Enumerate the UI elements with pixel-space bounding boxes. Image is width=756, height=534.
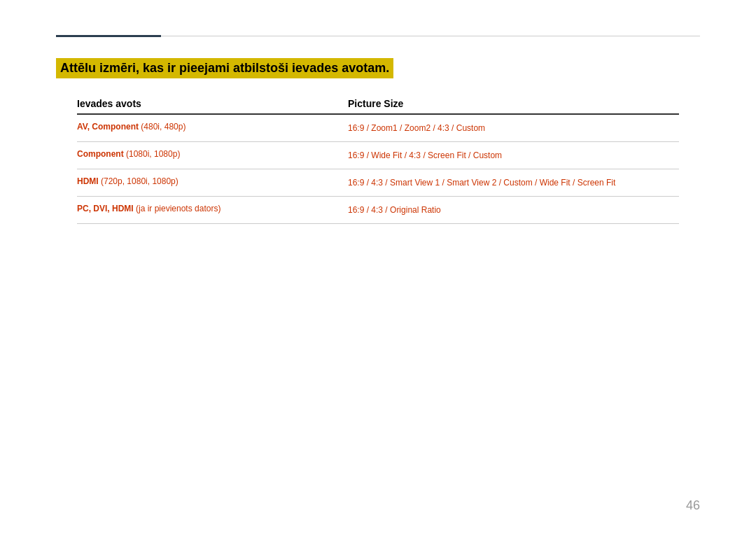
source-bold-4: PC, DVI, HDMI [77, 204, 134, 213]
top-line-container [56, 35, 700, 37]
table-row: PC, DVI, HDMI (ja ir pievienots dators) … [77, 197, 679, 224]
source-bold-1: AV, Component [77, 122, 139, 132]
cell-source-4: PC, DVI, HDMI (ja ir pievienots dators) [77, 204, 348, 213]
top-line-dark [56, 35, 161, 37]
col-size-header: Picture Size [348, 98, 679, 109]
table-row: AV, Component (480i, 480p) 16:9 / Zoom1 … [77, 115, 679, 142]
cell-source-1: AV, Component (480i, 480p) [77, 122, 348, 132]
cell-source-2: Component (1080i, 1080p) [77, 149, 348, 159]
source-bold-3: HDMI [77, 176, 99, 186]
col-source-header: Ievades avots [77, 98, 348, 109]
table-row: Component (1080i, 1080p) 16:9 / Wide Fit… [77, 142, 679, 169]
page-number: 46 [686, 498, 700, 513]
top-line-light [161, 36, 700, 36]
cell-size-3: 16:9 / 4:3 / Smart View 1 / Smart View 2… [348, 176, 679, 189]
cell-size-4: 16:9 / 4:3 / Original Ratio [348, 204, 679, 216]
source-bold-2: Component [77, 149, 124, 159]
table-header: Ievades avots Picture Size [77, 98, 679, 115]
table-container: Ievades avots Picture Size AV, Component… [77, 98, 679, 224]
source-normal-4: (ja ir pievienots dators) [134, 204, 221, 213]
source-normal-2: (1080i, 1080p) [124, 149, 181, 159]
page-title: Attēlu izmēri, kas ir pieejami atbilstoš… [56, 58, 393, 78]
source-normal-3: (720p, 1080i, 1080p) [99, 176, 178, 186]
cell-size-1: 16:9 / Zoom1 / Zoom2 / 4:3 / Custom [348, 122, 679, 134]
page-container: Attēlu izmēri, kas ir pieejami atbilstoš… [0, 0, 756, 534]
cell-source-3: HDMI (720p, 1080i, 1080p) [77, 176, 348, 186]
source-normal-1: (480i, 480p) [139, 122, 186, 132]
cell-size-2: 16:9 / Wide Fit / 4:3 / Screen Fit / Cus… [348, 149, 679, 162]
table-row: HDMI (720p, 1080i, 1080p) 16:9 / 4:3 / S… [77, 169, 679, 197]
